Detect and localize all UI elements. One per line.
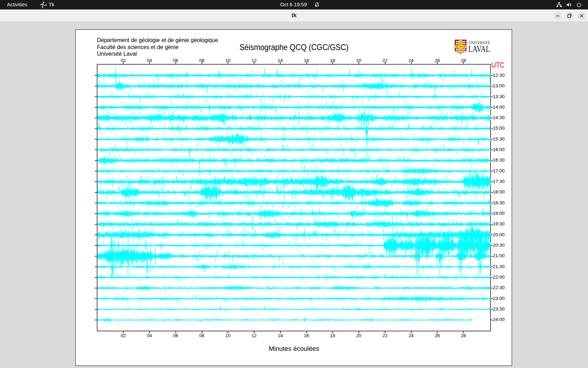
svg-text:LAVAL: LAVAL	[468, 44, 490, 54]
